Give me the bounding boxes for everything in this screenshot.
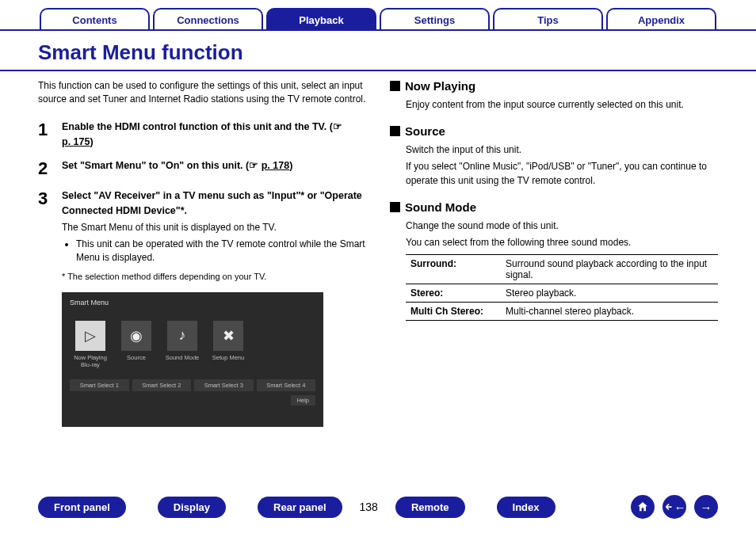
section-soundmode: Sound Mode Change the sound mode of this… — [390, 200, 718, 321]
step-3-bullet: This unit can be operated with the TV re… — [76, 238, 366, 265]
source-p2: If you select "Online Music", "iPod/USB"… — [406, 159, 718, 188]
source-p1: Switch the input of this unit. — [406, 143, 718, 157]
tools-icon: ✖ — [213, 321, 243, 351]
sm-icon-sound: ♪ Sound Mode — [162, 321, 203, 368]
step-2-text-b: ) — [289, 160, 292, 171]
page-number: 138 — [360, 501, 378, 513]
table-row: Surround:Surround sound playback accordi… — [406, 255, 718, 284]
soundmode-heading: Sound Mode — [405, 200, 476, 214]
step-3-bold: Select "AV Receiver" in a TV menu such a… — [62, 188, 366, 219]
step-2-text-a: Set "Smart Menu" to "On" on this unit. ( — [62, 160, 249, 171]
cell-surround-v: Surround sound playback according to the… — [501, 255, 718, 284]
note-icon: ♪ — [167, 321, 197, 351]
soundmode-p1: Change the sound mode of this unit. — [406, 219, 718, 233]
soundmode-p2: You can select from the following three … — [406, 235, 718, 249]
home-icon[interactable] — [631, 495, 655, 519]
cell-surround-k: Surround: — [406, 255, 501, 284]
sm-label-now: Now Playing Blu-ray — [70, 354, 111, 368]
tab-playback[interactable]: Playback — [266, 8, 376, 29]
soundmode-table: Surround:Surround sound playback accordi… — [406, 254, 718, 321]
nav-display[interactable]: Display — [158, 497, 226, 518]
step-2-number: 2 — [38, 158, 62, 179]
nowplaying-p1: Enjoy content from the input source curr… — [406, 97, 718, 112]
tab-appendix[interactable]: Appendix — [606, 8, 716, 29]
sm-help: Help — [291, 395, 315, 405]
nav-index[interactable]: Index — [497, 497, 556, 518]
right-column: Now Playing Enjoy content from the input… — [390, 79, 718, 427]
sm-label-sound: Sound Mode — [162, 354, 203, 361]
step-1: 1 Enable the HDMI control function of th… — [38, 120, 366, 150]
nowplaying-heading: Now Playing — [405, 79, 475, 93]
step-1-text-a: Enable the HDMI control function of this… — [62, 121, 333, 132]
nav-rear-panel[interactable]: Rear panel — [258, 497, 342, 518]
sm-label-source: Source — [116, 354, 157, 361]
bottom-nav: Front panel Display Rear panel 138 Remot… — [0, 495, 756, 519]
sm-icon-nowplaying: ▷ Now Playing Blu-ray — [70, 321, 111, 368]
nav-front-panel[interactable]: Front panel — [38, 497, 126, 518]
cell-stereo-v: Stereo playback. — [501, 284, 718, 303]
step-1-number: 1 — [38, 120, 62, 150]
step-3: 3 Select "AV Receiver" in a TV menu such… — [38, 188, 366, 280]
smart-menu-screenshot: Smart Menu ▷ Now Playing Blu-ray ◉ Sourc… — [62, 292, 323, 427]
step-3-footnote: * The selection method differs depending… — [62, 272, 366, 281]
table-row: Stereo:Stereo playback. — [406, 284, 718, 303]
square-bullet-icon — [390, 126, 400, 136]
hand-icon: ☞ — [333, 121, 342, 132]
sm-select-3: Smart Select 3 — [194, 379, 254, 391]
next-page-icon[interactable]: → — [694, 495, 718, 519]
sm-select-1: Smart Select 1 — [70, 379, 129, 391]
sm-select-2: Smart Select 2 — [132, 379, 192, 391]
tab-tips[interactable]: Tips — [493, 8, 603, 29]
source-heading: Source — [405, 124, 445, 138]
table-row: Multi Ch Stereo:Multi-channel stereo pla… — [406, 303, 718, 321]
step-3-number: 3 — [38, 188, 62, 280]
sm-title: Smart Menu — [70, 299, 315, 306]
cell-multi-v: Multi-channel stereo playback. — [501, 303, 718, 321]
cell-stereo-k: Stereo: — [406, 284, 501, 303]
intro-text: This function can be used to configure t… — [38, 79, 366, 107]
square-bullet-icon — [390, 81, 400, 91]
step-2-pageref[interactable]: p. 178 — [262, 160, 289, 171]
source-icon: ◉ — [121, 321, 151, 351]
tab-connections[interactable]: Connections — [153, 8, 263, 29]
page-title: Smart Menu function — [0, 31, 756, 71]
sm-label-setup: Setup Menu — [208, 354, 249, 361]
section-nowplaying: Now Playing Enjoy content from the input… — [390, 79, 718, 112]
nav-remote[interactable]: Remote — [395, 497, 465, 518]
sm-icon-source: ◉ Source — [116, 321, 157, 368]
play-icon: ▷ — [75, 321, 105, 351]
sm-select-4: Smart Select 4 — [257, 379, 316, 391]
cell-multi-k: Multi Ch Stereo: — [406, 303, 501, 321]
prev-page-icon[interactable]: ← — [662, 495, 686, 519]
tab-settings[interactable]: Settings — [380, 8, 490, 29]
step-1-pageref[interactable]: p. 175 — [62, 136, 90, 147]
square-bullet-icon — [390, 202, 400, 212]
top-tabs: Contents Connections Playback Settings T… — [0, 0, 756, 31]
left-column: This function can be used to configure t… — [38, 79, 366, 427]
step-3-plain: The Smart Menu of this unit is displayed… — [62, 220, 366, 234]
step-2: 2 Set "Smart Menu" to "On" on this unit.… — [38, 158, 366, 179]
sm-icon-setup: ✖ Setup Menu — [208, 321, 249, 368]
section-source: Source Switch the input of this unit. If… — [390, 124, 718, 188]
hand-icon: ☞ — [249, 160, 261, 171]
step-1-text-b: ) — [90, 136, 93, 147]
tab-contents[interactable]: Contents — [40, 8, 150, 29]
